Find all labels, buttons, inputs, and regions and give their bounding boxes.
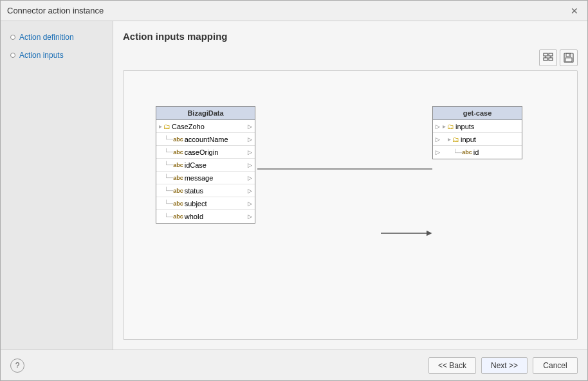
sidebar-dot-2 (10, 53, 15, 58)
svg-rect-3 (549, 58, 553, 60)
next-button[interactable]: Next >> (481, 357, 528, 374)
row-label: input (461, 136, 476, 143)
table-row: └─ abc status ▷ (156, 184, 255, 197)
cancel-button[interactable]: Cancel (533, 357, 578, 374)
table-row: └─ abc subject ▷ (156, 197, 255, 210)
type-icon: abc (173, 213, 183, 220)
sidebar: Action definition Action inputs (1, 21, 113, 350)
save-button[interactable] (560, 49, 578, 66)
table-row: └─ abc whoId ▷ (156, 210, 255, 223)
help-button[interactable]: ? (10, 359, 24, 373)
main-area: Action inputs mapping (113, 21, 587, 350)
sidebar-item-action-definition[interactable]: Action definition (7, 31, 106, 44)
table-row: └─ abc accountName ▷ (156, 133, 255, 146)
bizagi-table: BizagiData ▸ 🗂 CaseZoho ▷ └─ abc account… (156, 106, 255, 224)
close-button[interactable]: ✕ (568, 4, 581, 17)
svg-rect-2 (544, 58, 547, 60)
title-bar: Connector action instance ✕ (1, 1, 587, 21)
getcase-table-header: get-case (433, 107, 522, 120)
type-icon: abc (173, 149, 183, 155)
table-row-connected: └─ abc idCase ▷ (156, 159, 255, 172)
row-label: whoId (185, 213, 203, 220)
row-label: message (185, 174, 214, 182)
arrow-icon: ▷ (248, 175, 252, 181)
type-icon: abc (173, 136, 183, 143)
folder-icon: 🗂 (447, 123, 454, 130)
row-label: id (473, 148, 479, 156)
tree-line: └─ (164, 187, 173, 194)
sidebar-item-action-inputs[interactable]: Action inputs (7, 49, 106, 62)
getcase-table: get-case ▷ ▸ 🗂 inputs ▷ ▸ 🗂 input (432, 106, 522, 159)
page-title: Action inputs mapping (123, 31, 578, 42)
svg-rect-7 (566, 53, 571, 57)
type-icon: abc (173, 162, 183, 168)
type-icon: abc (173, 188, 183, 194)
layout-button[interactable] (539, 49, 557, 66)
table-row: ▸ 🗂 CaseZoho ▷ (156, 120, 255, 133)
footer-left: ? (10, 359, 24, 373)
tree-line: └─ (164, 200, 173, 207)
row-label: status (185, 187, 203, 195)
svg-rect-0 (544, 53, 547, 56)
tree-line: └─ (453, 149, 462, 156)
bizagi-table-header: BizagiData (156, 107, 255, 120)
row-label: accountName (185, 136, 228, 143)
svg-rect-1 (549, 53, 553, 56)
left-arrow-icon: ▷ (436, 123, 440, 130)
sidebar-dot-1 (10, 35, 15, 40)
table-row: └─ abc message ▷ (156, 172, 255, 184)
content-area: Action definition Action inputs Action i… (1, 21, 587, 350)
expand-icon[interactable]: ▸ (159, 123, 162, 130)
arrow-icon: ▷ (248, 200, 252, 207)
tree-line: └─ (164, 213, 173, 220)
type-icon: abc (462, 149, 472, 155)
arrow-icon: ▷ (248, 149, 252, 155)
left-arrow-icon: ▷ (436, 149, 440, 155)
tree-line: └─ (164, 161, 173, 168)
footer: ? << Back Next >> Cancel (1, 350, 587, 380)
arrow-icon: ▷ (248, 188, 252, 194)
folder-icon: 🗂 (163, 123, 170, 130)
arrow-icon: ▷ (248, 213, 252, 220)
window: Connector action instance ✕ Action defin… (0, 0, 588, 381)
tree-line: └─ (164, 174, 173, 181)
row-label: CaseZoho (172, 123, 205, 130)
canvas-area: BizagiData ▸ 🗂 CaseZoho ▷ └─ abc account… (123, 70, 578, 340)
layout-icon (543, 53, 553, 63)
left-arrow-icon: ▷ (436, 136, 440, 143)
table-row: ▷ ▸ 🗂 inputs (433, 120, 522, 133)
back-button[interactable]: << Back (428, 357, 476, 374)
sidebar-label-action-definition: Action definition (19, 33, 74, 42)
window-title: Connector action instance (7, 6, 104, 15)
arrow-icon: ▷ (248, 162, 252, 168)
row-label: idCase (185, 161, 207, 169)
table-row: ▷ ▸ 🗂 input (433, 133, 522, 146)
table-row: └─ abc caseOrigin ▷ (156, 146, 255, 159)
tree-line: └─ (164, 148, 173, 155)
folder-icon: 🗂 (452, 136, 459, 143)
sidebar-label-action-inputs: Action inputs (19, 51, 64, 60)
row-label: subject (185, 200, 207, 208)
arrow-icon: ▷ (248, 136, 252, 143)
save-icon (564, 53, 574, 63)
type-icon: abc (173, 175, 183, 181)
row-label: inputs (455, 123, 474, 130)
expand-icon[interactable]: ▸ (443, 123, 446, 130)
type-icon: abc (173, 200, 183, 207)
svg-rect-8 (565, 58, 572, 62)
toolbar (123, 49, 578, 66)
row-label: caseOrigin (185, 148, 219, 156)
expand-icon[interactable]: ▸ (448, 136, 451, 143)
tree-line: └─ (164, 136, 173, 143)
arrow-icon: ▷ (248, 123, 252, 130)
table-row: ▷ └─ abc id (433, 146, 522, 159)
